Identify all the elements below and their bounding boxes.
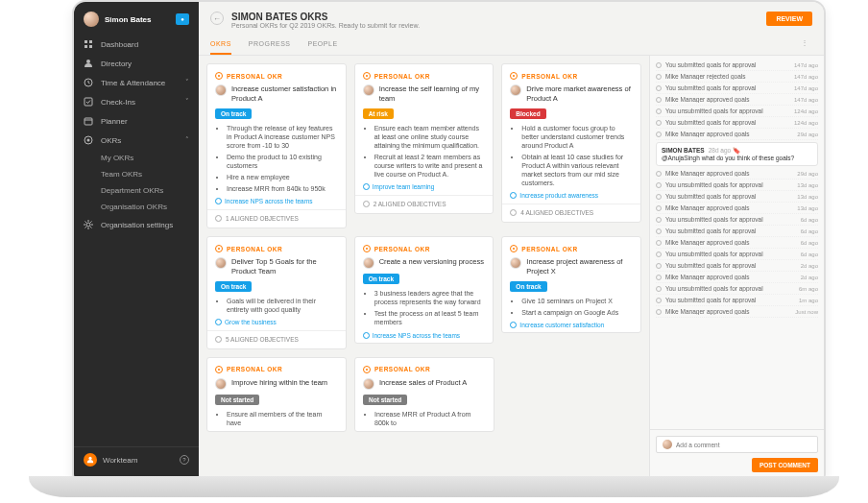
help-icon[interactable]: ? bbox=[180, 455, 189, 465]
notifications-icon[interactable]: ● bbox=[176, 13, 189, 25]
link-icon bbox=[215, 198, 222, 204]
aligned-count[interactable]: 4 ALIGNED OBJECTIVES bbox=[502, 204, 640, 218]
feed-item[interactable]: Mike Manager approved goals147d ago bbox=[656, 94, 818, 106]
linked-objective[interactable]: Increase customer satisfaction bbox=[510, 322, 633, 328]
okr-card[interactable]: PERSONAL OKR Increase the self learning … bbox=[354, 63, 494, 214]
svg-point-4 bbox=[86, 60, 90, 63]
feed-text: You unsubmitted goals for approval bbox=[665, 285, 795, 292]
key-result: Demo the product to 10 existing customer… bbox=[227, 153, 338, 170]
target-icon bbox=[215, 72, 223, 80]
feed-item[interactable]: Mike Manager approved goals29d ago bbox=[656, 129, 818, 140]
feed-time: 6m ago bbox=[799, 286, 818, 292]
okr-card[interactable]: PERSONAL OKR Increase project awareness … bbox=[501, 236, 641, 333]
sidebar-sub-organisation-okrs[interactable]: Organisation OKRs bbox=[74, 199, 199, 215]
feed-item[interactable]: You submitted goals for approval6d ago bbox=[656, 226, 818, 237]
feed-item[interactable]: You submitted goals for approval2d ago bbox=[656, 260, 818, 272]
linked-objective[interactable]: Increase NPS across the teams bbox=[363, 332, 486, 339]
aligned-count[interactable]: 1 ALIGNED OBJECTIVES bbox=[207, 209, 346, 224]
feed-time: 29d ago bbox=[797, 132, 818, 137]
svg-rect-7 bbox=[84, 118, 92, 125]
planner-icon bbox=[84, 116, 93, 126]
feed-item[interactable]: You unsubmitted goals for approval6m ago bbox=[656, 283, 818, 295]
feed-status-icon bbox=[656, 182, 662, 188]
feed-text: You unsubmitted goals for approval bbox=[665, 181, 793, 188]
svg-rect-3 bbox=[89, 45, 92, 48]
feed-time: 147d ago bbox=[794, 97, 818, 103]
key-result: Hire a new employee bbox=[227, 173, 338, 181]
okr-card[interactable]: PERSONAL OKR Drive more market awareness… bbox=[501, 63, 641, 223]
tab-progress[interactable]: PROGRESS bbox=[249, 36, 291, 55]
sidebar-item-time-attendance[interactable]: Time & Attendance ˅ bbox=[74, 73, 199, 92]
feed-item[interactable]: Mike Manager approved goals6d ago bbox=[656, 237, 818, 249]
chevron-down-icon: ˅ bbox=[185, 79, 189, 86]
sidebar-sub-my-okrs[interactable]: My OKRs bbox=[74, 150, 199, 166]
okr-card[interactable]: PERSONAL OKR Increase sales of Product A… bbox=[354, 357, 494, 432]
feed-item[interactable]: You submitted goals for approval13d ago bbox=[656, 191, 818, 203]
linked-objective[interactable]: Grow the business bbox=[215, 319, 338, 325]
okr-card[interactable]: PERSONAL OKR Deliver Top 5 Goals for the… bbox=[206, 236, 347, 349]
sidebar-item-check-ins[interactable]: Check-Ins ˅ bbox=[74, 92, 199, 111]
feed-item[interactable]: Mike Manager approved goals2d ago bbox=[656, 272, 818, 283]
feed-item[interactable]: You submitted goals for approval147d ago bbox=[656, 83, 818, 94]
linked-objective[interactable]: Increase product awareness bbox=[510, 192, 633, 199]
sidebar-item-label: Planner bbox=[101, 117, 189, 126]
comment-input[interactable]: Add a comment bbox=[656, 436, 818, 453]
svg-rect-1 bbox=[89, 40, 92, 43]
objective-title: Improve hiring within the team bbox=[231, 378, 327, 388]
tabs: OKRS PROGRESS PEOPLE ⋮ bbox=[199, 33, 824, 56]
back-button[interactable]: ← bbox=[210, 12, 224, 25]
sidebar-item-okrs[interactable]: OKRs ˄ bbox=[74, 131, 199, 150]
feed-item[interactable]: Mike Manager rejected goals147d ago bbox=[656, 71, 818, 83]
feed-status-icon bbox=[656, 309, 662, 315]
tab-okrs[interactable]: OKRS bbox=[210, 36, 231, 55]
card-type: PERSONAL OKR bbox=[510, 245, 633, 252]
feed-status-icon bbox=[656, 240, 662, 246]
key-result: Give 10 seminars on Project X bbox=[521, 297, 633, 305]
comment-user: SIMON BATES bbox=[662, 147, 705, 154]
feed-status-icon bbox=[656, 205, 662, 211]
sidebar-sub-department-okrs[interactable]: Department OKRs bbox=[74, 182, 199, 199]
feed-item[interactable]: Mike Manager approved goals29d ago bbox=[656, 168, 818, 180]
target-icon bbox=[215, 366, 223, 373]
owner-avatar bbox=[363, 257, 374, 269]
tab-people[interactable]: PEOPLE bbox=[308, 36, 338, 55]
feed-item[interactable]: You submitted goals for approval147d ago bbox=[656, 60, 818, 71]
okr-card[interactable]: PERSONAL OKR Create a new versioning pro… bbox=[354, 236, 494, 343]
post-comment-button[interactable]: POST COMMENT bbox=[752, 458, 818, 472]
objective-title: Create a new versioning process bbox=[379, 257, 484, 267]
key-results: Ensure each team member attends at least… bbox=[363, 124, 486, 180]
objective-title: Increase project awareness of Project X bbox=[526, 257, 633, 276]
linked-objective[interactable]: Increase NPS across the teams bbox=[215, 198, 338, 204]
sidebar-item-dashboard[interactable]: Dashboard bbox=[74, 35, 199, 54]
feed-item[interactable]: You unsubmitted goals for approval124d a… bbox=[656, 106, 818, 117]
feed-item[interactable]: You unsubmitted goals for approval6d ago bbox=[656, 214, 818, 226]
current-user[interactable]: Simon Bates ● bbox=[74, 8, 199, 35]
aligned-icon bbox=[215, 336, 222, 343]
feed-item[interactable]: Mike Manager approved goals13d ago bbox=[656, 203, 818, 214]
feed-item[interactable]: You submitted goals for approval124d ago bbox=[656, 117, 818, 129]
feed-status-icon bbox=[656, 120, 662, 126]
owner-avatar bbox=[363, 84, 374, 96]
feed-text: Mike Manager rejected goals bbox=[665, 73, 790, 80]
feed-item[interactable]: You submitted goals for approval1m ago bbox=[656, 295, 818, 306]
aligned-count[interactable]: 2 ALIGNED OBJECTIVES bbox=[355, 195, 494, 209]
aligned-count[interactable]: 5 ALIGNED OBJECTIVES bbox=[207, 330, 346, 345]
sidebar-sub-team-okrs[interactable]: Team OKRs bbox=[74, 166, 199, 182]
sidebar-item-organisation-settings[interactable]: Organisation settings bbox=[74, 215, 199, 234]
feed-item[interactable]: You unsubmitted goals for approval6d ago bbox=[656, 249, 818, 260]
comment-body: @AnujaSingh what do you think of these g… bbox=[662, 155, 794, 161]
feed-item[interactable]: You unsubmitted goals for approval13d ag… bbox=[656, 180, 818, 191]
feed-item[interactable]: Mike Manager approved goalsJust now bbox=[656, 306, 818, 318]
linked-objective[interactable]: Improve team learning bbox=[363, 183, 486, 190]
okr-card[interactable]: PERSONAL OKR Improve hiring within the t… bbox=[206, 357, 347, 432]
feed-text: You unsubmitted goals for approval bbox=[665, 251, 797, 257]
more-menu-icon[interactable]: ⋮ bbox=[797, 36, 812, 55]
feed-comment[interactable]: SIMON BATES28d ago 🔖@AnujaSingh what do … bbox=[656, 142, 818, 166]
card-type: PERSONAL OKR bbox=[215, 72, 338, 80]
review-button[interactable]: REVIEW bbox=[766, 12, 812, 26]
okr-card[interactable]: PERSONAL OKR Increase customer satisfact… bbox=[206, 63, 347, 228]
comment-avatar bbox=[663, 440, 672, 449]
sidebar-item-directory[interactable]: Directory bbox=[74, 54, 199, 73]
sidebar-item-planner[interactable]: Planner bbox=[74, 111, 199, 131]
objective-title: Increase sales of Product A bbox=[379, 378, 467, 388]
